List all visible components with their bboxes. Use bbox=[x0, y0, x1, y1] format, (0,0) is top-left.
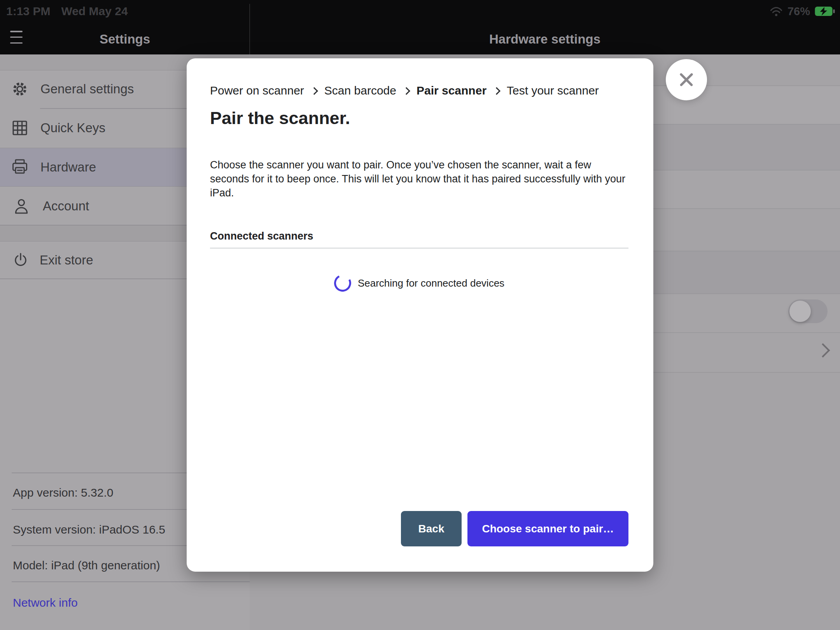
model-text: Model: iPad (9th generation) bbox=[13, 559, 160, 572]
top-bar: 1:13 PM Wed May 24 76% Settings Hardware… bbox=[0, 0, 840, 54]
gear-icon bbox=[11, 80, 29, 98]
back-button[interactable]: Back bbox=[401, 511, 462, 546]
person-icon bbox=[12, 197, 30, 215]
status-left: 1:13 PM Wed May 24 bbox=[6, 5, 128, 18]
panel-divider-line bbox=[249, 4, 250, 54]
section-divider bbox=[210, 248, 628, 248]
wifi-icon bbox=[770, 6, 783, 17]
power-icon bbox=[12, 251, 30, 269]
chevron-right-icon bbox=[310, 87, 318, 95]
dialog-title: Pair the scanner. bbox=[210, 108, 350, 128]
close-button[interactable] bbox=[666, 59, 707, 100]
sidebar-item-label: Exit store bbox=[40, 253, 93, 268]
system-version-text: System version: iPadOS 16.5 bbox=[13, 523, 165, 536]
battery-percent: 76% bbox=[788, 5, 810, 18]
spinner-icon bbox=[332, 272, 353, 294]
app-version-text: App version: 5.32.0 bbox=[13, 486, 114, 499]
settings-panel-title: Settings bbox=[0, 32, 250, 47]
status-time: 1:13 PM bbox=[6, 5, 50, 18]
sidebar-item-label: Account bbox=[43, 199, 89, 214]
breadcrumb-step-scan-barcode[interactable]: Scan barcode bbox=[324, 84, 396, 97]
sidebar-item-label: Quick Keys bbox=[40, 121, 105, 135]
chevron-right-icon bbox=[493, 87, 500, 95]
breadcrumb-step-power-on[interactable]: Power on scanner bbox=[210, 84, 304, 97]
status-right: 76% bbox=[770, 5, 835, 18]
hardware-settings-title: Hardware settings bbox=[250, 32, 840, 47]
pair-scanner-dialog: Power on scanner Scan barcode Pair scann… bbox=[187, 58, 653, 572]
chevron-right-icon bbox=[402, 87, 410, 95]
grid-icon bbox=[11, 119, 29, 137]
battery-charging-icon bbox=[815, 6, 835, 16]
connected-scanners-heading: Connected scanners bbox=[210, 230, 313, 242]
breadcrumb: Power on scanner Scan barcode Pair scann… bbox=[210, 84, 599, 97]
status-date: Wed May 24 bbox=[61, 5, 128, 18]
toggle-switch[interactable] bbox=[788, 299, 828, 323]
breadcrumb-step-pair-scanner[interactable]: Pair scanner bbox=[416, 84, 486, 97]
searching-text: Searching for connected devices bbox=[358, 277, 504, 289]
dialog-body-text: Choose the scanner you want to pair. Onc… bbox=[210, 158, 628, 200]
network-info-link[interactable]: Network info bbox=[13, 596, 78, 609]
sidebar-item-label: Hardware bbox=[40, 160, 96, 175]
breadcrumb-step-test-scanner[interactable]: Test your scanner bbox=[507, 84, 599, 97]
printer-icon bbox=[11, 158, 29, 176]
bottom-section-divider bbox=[12, 581, 274, 582]
choose-scanner-button[interactable]: Choose scanner to pair… bbox=[467, 511, 628, 546]
searching-status: Searching for connected devices bbox=[210, 275, 628, 292]
sidebar-item-label: General settings bbox=[40, 82, 134, 96]
